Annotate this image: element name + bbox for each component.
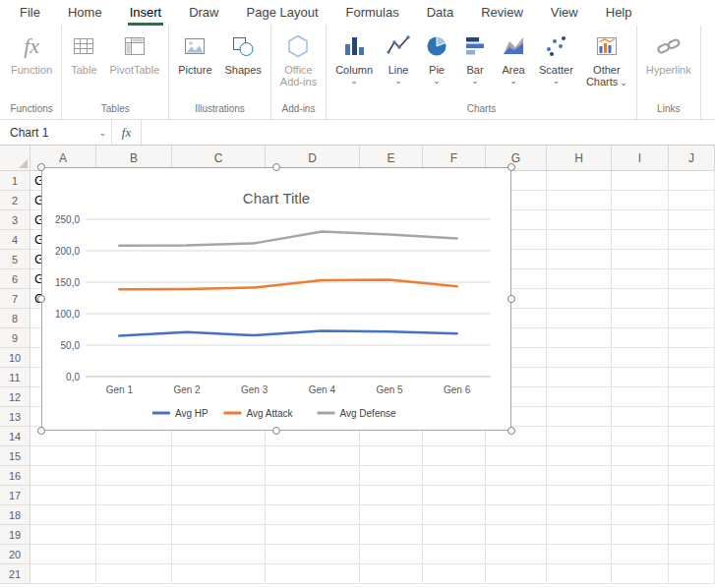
cell-I7[interactable] bbox=[612, 289, 669, 309]
cell-E21[interactable] bbox=[360, 564, 423, 584]
selection-handle-se[interactable] bbox=[507, 427, 515, 435]
cell-I5[interactable] bbox=[612, 250, 669, 269]
cell-H18[interactable] bbox=[547, 505, 612, 525]
cell-C18[interactable] bbox=[172, 505, 266, 525]
ribbon-button-hyperlink[interactable]: Hyperlink bbox=[640, 28, 697, 99]
cell-I18[interactable] bbox=[612, 505, 669, 525]
cell-H8[interactable] bbox=[547, 309, 612, 328]
cell-D20[interactable] bbox=[266, 545, 360, 564]
cell-D17[interactable] bbox=[266, 486, 360, 505]
cell-E18[interactable] bbox=[360, 505, 423, 525]
cell-F19[interactable] bbox=[423, 525, 486, 545]
cell-C21[interactable] bbox=[172, 564, 266, 584]
ribbon-button-pie[interactable]: Pie⌄ bbox=[418, 28, 455, 99]
cell-D18[interactable] bbox=[266, 505, 360, 525]
tab-review[interactable]: Review bbox=[467, 0, 537, 26]
row-header-13[interactable]: 13 bbox=[0, 407, 30, 427]
cell-G19[interactable] bbox=[486, 525, 547, 545]
cell-G15[interactable] bbox=[486, 446, 547, 466]
cell-F17[interactable] bbox=[423, 486, 486, 505]
row-header-15[interactable]: 15 bbox=[0, 446, 30, 466]
ribbon-button-function[interactable]: fxFunction bbox=[5, 28, 58, 99]
cell-H7[interactable] bbox=[547, 289, 612, 309]
tab-data[interactable]: Data bbox=[413, 0, 467, 26]
row-header-12[interactable]: 12 bbox=[0, 387, 30, 407]
cell-J18[interactable] bbox=[669, 505, 715, 525]
formula-input[interactable] bbox=[142, 120, 715, 145]
ribbon-button-column[interactable]: Column⌄ bbox=[329, 28, 379, 99]
cell-G17[interactable] bbox=[486, 486, 547, 505]
selection-handle-sw[interactable] bbox=[37, 427, 45, 435]
cell-I13[interactable] bbox=[612, 407, 669, 427]
ribbon-button-office-add-ins[interactable]: OfficeAdd-ins bbox=[274, 28, 323, 99]
row-header-10[interactable]: 10 bbox=[0, 348, 30, 368]
cell-G18[interactable] bbox=[486, 505, 547, 525]
cell-I9[interactable] bbox=[612, 328, 669, 348]
cell-J4[interactable] bbox=[669, 230, 715, 250]
cell-H2[interactable] bbox=[547, 191, 612, 210]
column-header-h[interactable]: H bbox=[547, 146, 612, 171]
ribbon-button-shapes[interactable]: Shapes bbox=[219, 28, 268, 99]
cell-I16[interactable] bbox=[612, 466, 669, 486]
cell-H6[interactable] bbox=[547, 269, 612, 289]
cell-I20[interactable] bbox=[612, 545, 669, 564]
cell-J16[interactable] bbox=[669, 466, 715, 486]
cell-A17[interactable] bbox=[30, 486, 96, 505]
cell-J11[interactable] bbox=[669, 368, 715, 387]
cell-J14[interactable] bbox=[669, 427, 715, 446]
tab-file[interactable]: File bbox=[6, 0, 54, 26]
ribbon-button-bar[interactable]: Bar⌄ bbox=[456, 28, 494, 99]
cell-H11[interactable] bbox=[547, 368, 612, 387]
ribbon-button-table[interactable]: Table bbox=[65, 28, 102, 99]
cell-H3[interactable] bbox=[547, 210, 612, 230]
cell-A15[interactable] bbox=[30, 446, 96, 466]
tab-draw[interactable]: Draw bbox=[175, 0, 232, 26]
cell-H1[interactable] bbox=[547, 171, 612, 191]
cell-H5[interactable] bbox=[547, 250, 612, 269]
cell-F16[interactable] bbox=[423, 466, 486, 486]
cell-J15[interactable] bbox=[669, 446, 715, 466]
cell-C16[interactable] bbox=[172, 466, 266, 486]
cell-B21[interactable] bbox=[96, 564, 172, 584]
tab-page-layout[interactable]: Page Layout bbox=[233, 0, 332, 26]
row-header-1[interactable]: 1 bbox=[0, 171, 30, 191]
cell-B17[interactable] bbox=[96, 486, 172, 505]
ribbon-button-scatter[interactable]: Scatter⌄ bbox=[533, 28, 579, 99]
cell-H17[interactable] bbox=[547, 486, 612, 505]
cell-C19[interactable] bbox=[172, 525, 266, 545]
cell-J3[interactable] bbox=[669, 210, 715, 230]
cell-I6[interactable] bbox=[612, 269, 669, 289]
row-header-18[interactable]: 18 bbox=[0, 505, 30, 525]
ribbon-button-other-charts[interactable]: OtherCharts⌄ bbox=[580, 28, 633, 99]
cell-I12[interactable] bbox=[612, 387, 669, 407]
cell-C15[interactable] bbox=[172, 446, 266, 466]
cell-I10[interactable] bbox=[612, 348, 669, 368]
cell-I1[interactable] bbox=[612, 171, 669, 191]
row-header-17[interactable]: 17 bbox=[0, 486, 30, 505]
ribbon-button-pivottable[interactable]: PivotTable bbox=[104, 28, 166, 99]
cell-A20[interactable] bbox=[30, 545, 96, 564]
cell-H20[interactable] bbox=[547, 545, 612, 564]
cell-J2[interactable] bbox=[669, 191, 715, 210]
cell-I14[interactable] bbox=[612, 427, 669, 446]
cell-B19[interactable] bbox=[96, 525, 172, 545]
cell-J20[interactable] bbox=[669, 545, 715, 564]
cell-H16[interactable] bbox=[547, 466, 612, 486]
cell-F21[interactable] bbox=[423, 564, 486, 584]
cell-H10[interactable] bbox=[547, 348, 612, 368]
cell-I4[interactable] bbox=[612, 230, 669, 250]
cell-H19[interactable] bbox=[547, 525, 612, 545]
tab-home[interactable]: Home bbox=[54, 0, 116, 26]
cell-J8[interactable] bbox=[669, 309, 715, 328]
selection-handle-nw[interactable] bbox=[37, 163, 45, 171]
ribbon-button-area[interactable]: Area⌄ bbox=[495, 28, 532, 99]
cell-B20[interactable] bbox=[96, 545, 172, 564]
column-header-j[interactable]: J bbox=[669, 146, 715, 171]
cell-D21[interactable] bbox=[266, 564, 360, 584]
row-header-20[interactable]: 20 bbox=[0, 545, 30, 564]
cell-J21[interactable] bbox=[669, 564, 715, 584]
cell-G20[interactable] bbox=[486, 545, 547, 564]
cell-H14[interactable] bbox=[547, 427, 612, 446]
cell-A21[interactable] bbox=[30, 564, 96, 584]
selection-handle-s[interactable] bbox=[272, 427, 280, 435]
